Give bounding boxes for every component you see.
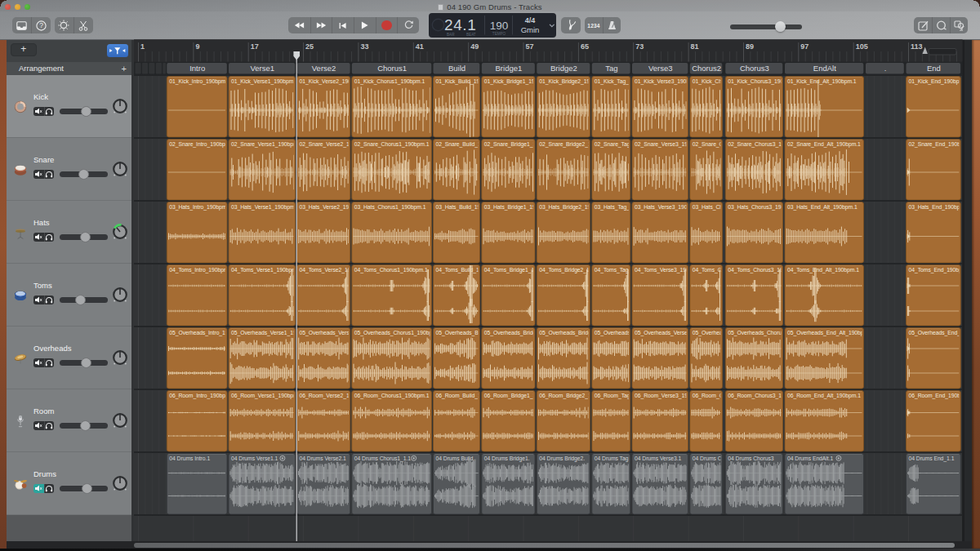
svg-text:49: 49 <box>470 42 479 51</box>
svg-text:41: 41 <box>416 42 424 51</box>
svg-text:02_Snare_End_Alt_190bpm.1: 02_Snare_End_Alt_190bpm.1 <box>787 141 861 148</box>
svg-text:Verse1: Verse1 <box>250 64 274 73</box>
svg-text:Tag: Tag <box>605 64 617 73</box>
svg-text:9: 9 <box>195 42 199 51</box>
svg-text:04_Toms_Verse1_190bpm.1: 04_Toms_Verse1_190bpm.1 <box>231 267 301 273</box>
svg-text:BAR: BAR <box>447 33 455 37</box>
svg-text:End: End <box>927 64 941 73</box>
svg-text:04 Drums Ch: 04 Drums Ch <box>693 455 725 461</box>
svg-text:03_Hats_Verse1_190bpm.1: 03_Hats_Verse1_190bpm.1 <box>231 204 299 211</box>
svg-text:105: 105 <box>856 42 868 51</box>
svg-text:33: 33 <box>360 42 368 51</box>
svg-text:73: 73 <box>635 42 644 51</box>
svg-text:02_Snare_Intro_190bpm.1: 02_Snare_Intro_190bpm.1 <box>169 141 234 148</box>
svg-text:04 Drums EndAlt.1: 04 Drums EndAlt.1 <box>787 455 833 461</box>
svg-text:06_Room_Chorus1_190bpm.1: 06_Room_Chorus1_190bpm.1 <box>354 393 430 399</box>
svg-text:01_Kick_Chorus1_190bpm.1: 01_Kick_Chorus1_190bpm.1 <box>354 78 425 85</box>
svg-text:BEAT: BEAT <box>466 33 476 37</box>
svg-text:04 Drums Chorus3: 04 Drums Chorus3 <box>728 455 774 461</box>
svg-text:25: 25 <box>305 42 314 51</box>
svg-text:Chorus3: Chorus3 <box>740 64 769 73</box>
svg-text:06_Room_Verse1_190bpm.1: 06_Room_Verse1_190bpm.1 <box>231 393 303 399</box>
svg-text:04 Drums Verse2.1: 04 Drums Verse2.1 <box>300 455 347 461</box>
svg-text:Bridge1: Bridge1 <box>496 64 523 73</box>
svg-text:113: 113 <box>911 42 923 51</box>
svg-text:Verse3: Verse3 <box>648 64 673 73</box>
svg-text:24.1: 24.1 <box>444 16 476 33</box>
svg-text:81: 81 <box>691 42 699 51</box>
svg-text:02_Snare_Chorus1_190bpm.1: 02_Snare_Chorus1_190bpm.1 <box>354 141 430 148</box>
svg-text:04 Drums Bridge2.: 04 Drums Bridge2. <box>539 455 585 462</box>
svg-text:Intro: Intro <box>189 64 205 73</box>
svg-text:02_Snare_Verse1_190bpm.1: 02_Snare_Verse1_190bpm.1 <box>231 141 302 148</box>
svg-text:01_Kick_Verse1_190bpm.1: 01_Kick_Verse1_190bpm.1 <box>231 78 298 85</box>
svg-text:Chorus1: Chorus1 <box>377 64 407 73</box>
svg-text:03_Hats_Intro_190bpm.1: 03_Hats_Intro_190bpm.1 <box>169 204 231 211</box>
svg-text:97: 97 <box>800 42 808 51</box>
svg-text:04_Toms_Intro_190bpm.1: 04_Toms_Intro_190bpm.1 <box>169 267 233 273</box>
svg-text:03_Hats_End_Alt_190bpm.1: 03_Hats_End_Alt_190bpm.1 <box>787 204 858 211</box>
svg-text:04 Drums Verse1.1: 04 Drums Verse1.1 <box>231 455 278 461</box>
svg-text:TEMPO: TEMPO <box>492 32 506 36</box>
svg-text:89: 89 <box>746 42 754 51</box>
svg-text:1: 1 <box>140 42 145 51</box>
svg-text:65: 65 <box>581 42 589 51</box>
svg-text:Verse2: Verse2 <box>312 64 336 73</box>
svg-text:04_Toms_Chorus1_190bpm.1: 04_Toms_Chorus1_190bpm.1 <box>354 267 428 273</box>
svg-text:04 Drums End_1.1: 04 Drums End_1.1 <box>909 455 955 462</box>
svg-text:04 Drums Bridge1.: 04 Drums Bridge1. <box>484 455 530 462</box>
svg-text:Chorus2: Chorus2 <box>692 64 721 73</box>
svg-text:04 Drums Tag.: 04 Drums Tag. <box>595 455 630 462</box>
svg-text:03_Hats_Chorus1_190bpm.1: 03_Hats_Chorus1_190bpm.1 <box>354 204 426 211</box>
svg-text:Build: Build <box>448 64 466 73</box>
svg-text:01_Kick_Intro_190bpm.1: 01_Kick_Intro_190bpm.1 <box>169 78 230 85</box>
svg-text:190: 190 <box>490 20 509 32</box>
svg-text:.: . <box>884 64 887 73</box>
svg-text:17: 17 <box>251 42 259 51</box>
svg-text:4/4: 4/4 <box>525 16 536 24</box>
svg-text:04_Toms_End_Alt_190bpm.1: 04_Toms_End_Alt_190bpm.1 <box>787 267 859 273</box>
svg-text:57: 57 <box>526 42 534 51</box>
svg-text:?: ? <box>39 21 43 29</box>
svg-text:01_Kick_End_Alt_190bpm.1: 01_Kick_End_Alt_190bpm.1 <box>787 78 857 85</box>
svg-text:04 Drums Verse3.1: 04 Drums Verse3.1 <box>635 455 682 461</box>
svg-text:06_Room_Intro_190bpm.1: 06_Room_Intro_190bpm.1 <box>169 393 234 399</box>
svg-text:05_Overheads_Chorus1_190bpm.1: 05_Overheads_Chorus1_190bpm.1 <box>354 330 442 336</box>
svg-text:EndAlt: EndAlt <box>813 64 836 73</box>
svg-text:06_Room_End_Alt_190bpm.1: 06_Room_End_Alt_190bpm.1 <box>787 393 861 399</box>
svg-text:Gmin: Gmin <box>521 25 540 34</box>
svg-text:05_Overheads_End_Alt_190bpm.1: 05_Overheads_End_Alt_190bpm.1 <box>787 330 873 336</box>
svg-text:04 Drums Chorus1_1.1: 04 Drums Chorus1_1.1 <box>354 455 412 462</box>
svg-text:Bridge2: Bridge2 <box>550 64 577 73</box>
svg-text:04 Drums Intro.1: 04 Drums Intro.1 <box>169 455 210 461</box>
